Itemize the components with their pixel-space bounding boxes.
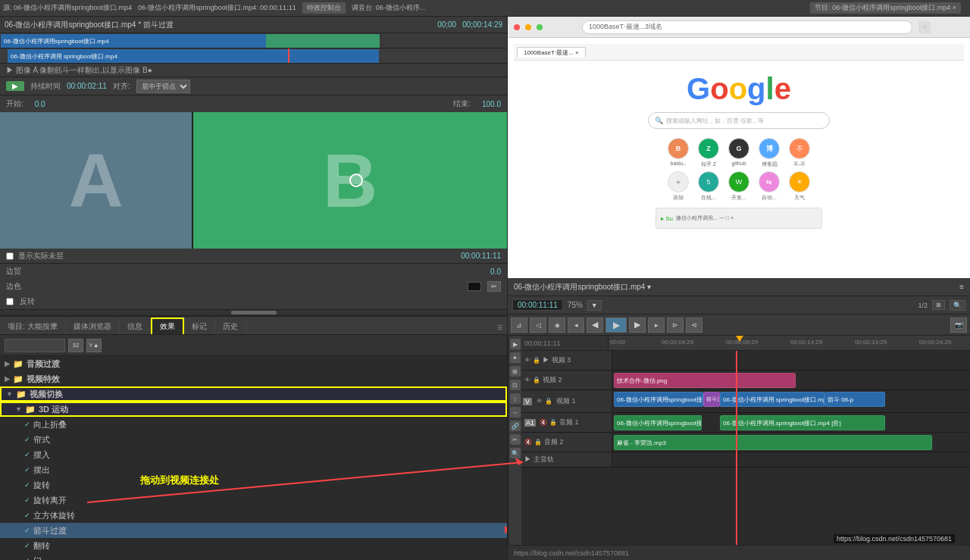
btn-32[interactable]: 32 bbox=[68, 339, 83, 352]
clip-v1-1[interactable]: 06-微信小程序调用springboot接口.mp4 bbox=[614, 392, 703, 407]
bookmark-link[interactable]: ⇆ 自动... bbox=[756, 171, 783, 202]
align-select[interactable]: 居中于切点 bbox=[136, 80, 190, 93]
browser-tab-active[interactable]: 1000BaseT·最速... × bbox=[517, 47, 586, 58]
tab-effects[interactable]: 效果 bbox=[151, 318, 184, 334]
bookmark-icon[interactable]: ★ bbox=[918, 21, 931, 33]
tab-timeline-clip[interactable]: 06-微信小程序调用springboot接口.mp4: 00:00;11;11 bbox=[138, 3, 296, 13]
track-lock-v3[interactable]: 🔒 bbox=[533, 357, 540, 364]
browser-url-bar[interactable]: 1000BaseT·最速...3域名 bbox=[582, 20, 912, 34]
bookmark-other[interactable]: 不 不-不 bbox=[786, 138, 813, 168]
minimize-dot[interactable] bbox=[525, 24, 531, 30]
bookmark-we[interactable]: W 开发... bbox=[725, 171, 753, 202]
clip-v1-2[interactable]: 06-微信小程序调用 springboot接口.mp4 bbox=[720, 392, 824, 407]
tree-spin[interactable]: ✓ 旋转 bbox=[0, 477, 507, 493]
clip-wechat-png[interactable]: 技术合作-微信.png bbox=[614, 373, 796, 388]
tab-mixer[interactable]: 调音台: 06-微信小程序... bbox=[352, 3, 426, 13]
track-eye-v1[interactable]: 👁 bbox=[537, 398, 543, 405]
clip-a1-1[interactable]: 06-微信小程序调用springboot接口.mp4 [音 bbox=[614, 415, 702, 430]
tab-history[interactable]: 历史 bbox=[215, 319, 246, 334]
bookmark-yellow[interactable]: ☀ 天气 bbox=[786, 171, 813, 202]
side-icon-5[interactable]: ↕ bbox=[510, 393, 521, 404]
clip-a1-2[interactable]: 06-微信小程序调用.springboot接口.mp4 [音] bbox=[720, 415, 885, 430]
tree-cube-spin[interactable]: ✓ 立方体旋转 bbox=[0, 508, 507, 523]
tree-door[interactable]: ✓ 门 bbox=[0, 553, 507, 560]
track-eye-v2[interactable]: 👁 bbox=[524, 377, 530, 383]
tree-fold-up[interactable]: ✓ 向上折叠 bbox=[0, 417, 507, 432]
magnify-btn[interactable]: 🔍 bbox=[950, 300, 965, 311]
icon-circle-zhihu: Z bbox=[698, 138, 719, 159]
show-layers-check[interactable] bbox=[6, 252, 14, 260]
side-icon-3[interactable]: ⊞ bbox=[510, 366, 521, 377]
mark-out-btn[interactable]: ◁ bbox=[530, 318, 546, 333]
go-prev-btn[interactable]: ◂ bbox=[568, 318, 584, 333]
side-icon-6[interactable]: ↔ bbox=[510, 407, 521, 418]
bookmark-5[interactable]: 5 在线... bbox=[695, 171, 722, 202]
bookmark-zhihu[interactable]: Z 知乎 Z bbox=[695, 138, 722, 168]
bookmark-baidu[interactable]: B baidu.. bbox=[665, 138, 692, 168]
side-icon-7[interactable]: 🔗 bbox=[510, 421, 521, 431]
zoom-select[interactable]: ▼ bbox=[587, 300, 602, 311]
tree-tumble[interactable]: ✓ 箭斗过渡 bbox=[0, 523, 507, 538]
tree-flip[interactable]: ✓ 翻转 bbox=[0, 538, 507, 553]
track-name-master: ▶ 主音轨 bbox=[524, 455, 554, 465]
close-dot[interactable] bbox=[514, 24, 520, 30]
panel-menu-btn[interactable]: ≡ bbox=[493, 321, 507, 334]
color-swatch[interactable] bbox=[468, 282, 481, 291]
color-picker-btn[interactable]: ✏ bbox=[487, 281, 501, 292]
timeline-clip-2[interactable]: 06-微信小程序调用 springboot接口.mp4 bbox=[8, 49, 379, 63]
scroll-bar-top[interactable] bbox=[0, 310, 507, 316]
track-eye-v3[interactable]: 👁 bbox=[524, 357, 530, 364]
tree-video-transitions[interactable]: ▼ 📁 视频切换 bbox=[0, 386, 507, 402]
mark-in-btn[interactable]: ⊿ bbox=[511, 318, 527, 333]
tab-program[interactable]: 节目: 06-微信小程序调用springboot接口.mp4 × bbox=[810, 2, 961, 14]
bookmark-github[interactable]: G github bbox=[725, 138, 753, 168]
tree-audio-transition[interactable]: ▶ 📁 音频过渡 bbox=[0, 356, 507, 371]
tree-curtain[interactable]: ✓ 帘式 bbox=[0, 432, 507, 447]
maximize-dot[interactable] bbox=[537, 24, 543, 30]
btn-ya[interactable]: Y▲ bbox=[86, 339, 102, 352]
frame-back-btn[interactable]: ◀ bbox=[587, 318, 603, 333]
play-button[interactable]: ▶ bbox=[6, 81, 24, 91]
tab-markers[interactable]: 标记 bbox=[184, 319, 215, 334]
tab-effects-control[interactable]: 特效控制台 bbox=[302, 2, 346, 14]
side-icon-4[interactable]: ⊡ bbox=[510, 380, 521, 390]
tab-project[interactable]: 项目: 大能按摩 bbox=[0, 319, 66, 334]
side-icon-9[interactable]: 🔍 bbox=[510, 448, 521, 458]
frame-fwd-btn[interactable]: ▶ bbox=[629, 318, 646, 333]
side-icon-2[interactable]: ✦ bbox=[510, 352, 521, 363]
reverse-check[interactable] bbox=[6, 298, 14, 305]
tab-media-browser[interactable]: 媒体浏览器 bbox=[66, 319, 120, 334]
play-pause-btn[interactable]: ▶ bbox=[605, 318, 627, 333]
bookmark-add[interactable]: + 添加 bbox=[665, 171, 692, 202]
browser-bookmarks-row2: + 添加 5 在线... W 开发... ⇆ 自 bbox=[665, 171, 813, 202]
track-lock-v2[interactable]: 🔒 bbox=[533, 377, 540, 383]
tree-spin-away[interactable]: ✓ 旋转离开 bbox=[0, 493, 507, 508]
clip-v1-3[interactable]: 箭斗 06-p bbox=[824, 392, 885, 407]
go-out-btn[interactable]: ⊲ bbox=[686, 318, 702, 333]
tree-video-effects[interactable]: ▶ 📁 视频特效 bbox=[0, 371, 507, 386]
effects-search[interactable] bbox=[5, 339, 65, 352]
side-icon-8[interactable]: ✂ bbox=[510, 434, 521, 445]
clip-transition-1[interactable]: 箭斗过渡 bbox=[703, 392, 720, 407]
tab-info[interactable]: 信息 bbox=[120, 319, 151, 334]
tree-swing-out[interactable]: ✓ 摆出 bbox=[0, 462, 507, 477]
tab-source[interactable]: 源: 06-微信小程序调用springboot接口.mp4 bbox=[3, 3, 132, 13]
tree-3d-motion[interactable]: ▼ 📁 3D 运动 bbox=[0, 402, 507, 417]
go-next-btn[interactable]: ▸ bbox=[648, 318, 665, 333]
google-search-bar[interactable]: 🔍 搜索或输入网址，如：百度·谷歌...等 bbox=[648, 112, 830, 129]
rt-menu-btn[interactable]: ≡ bbox=[959, 283, 964, 291]
track-lock-v1[interactable]: 🔒 bbox=[545, 398, 552, 405]
tree-swing-in[interactable]: ✓ 摆入 bbox=[0, 447, 507, 462]
bookmark-cnblogs[interactable]: 博 博客园 bbox=[756, 138, 783, 168]
track-lock-a2[interactable]: 🔒 bbox=[534, 439, 542, 446]
track-mute-a2[interactable]: 🔇 bbox=[524, 439, 532, 446]
screenshot-btn[interactable]: 📷 bbox=[950, 318, 967, 333]
timeline-strip[interactable]: 06-微信小程序调用springboot接口.mp4 bbox=[1, 34, 380, 48]
add-marker-btn[interactable]: ◈ bbox=[549, 318, 565, 333]
fit-btn[interactable]: ⊞ bbox=[932, 300, 945, 310]
track-lock-a1[interactable]: 🔒 bbox=[549, 419, 557, 426]
go-in-btn[interactable]: ⊳ bbox=[667, 318, 684, 333]
clip-a2-1[interactable]: 麻雀 - 李荣浩.mp3 bbox=[614, 435, 932, 450]
side-icon-1[interactable]: ▶ bbox=[510, 339, 521, 349]
track-mute-a1[interactable]: 🔇 bbox=[540, 419, 547, 426]
